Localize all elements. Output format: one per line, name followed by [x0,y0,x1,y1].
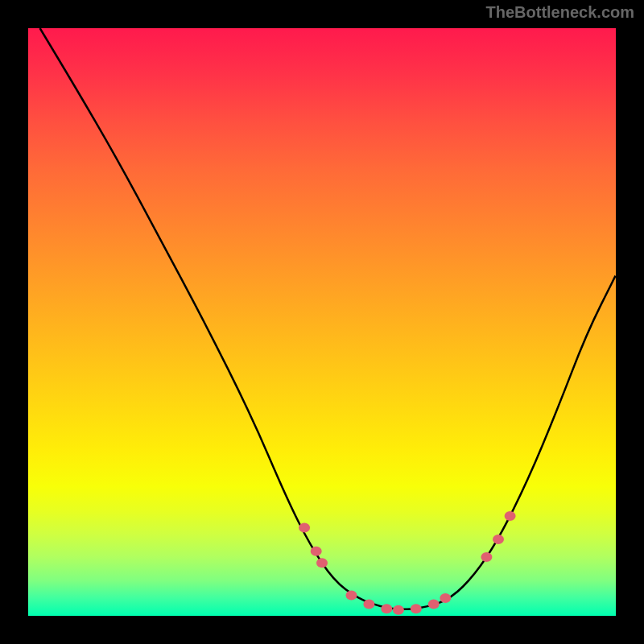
chart-svg [28,28,616,616]
data-marker [481,552,492,562]
data-marker [311,547,322,556]
data-marker [393,605,404,615]
watermark-text: TheBottleneck.com [486,3,634,22]
data-marker [428,599,440,609]
data-marker [316,558,328,568]
data-marker [440,593,451,603]
data-marker [299,523,310,533]
data-marker [363,599,374,609]
data-marker [411,604,422,613]
bottleneck-curve [40,28,616,609]
data-marker [493,535,504,544]
data-marker [505,511,516,521]
data-marker [346,591,357,601]
plot-area [28,28,616,616]
data-marker [381,604,392,613]
